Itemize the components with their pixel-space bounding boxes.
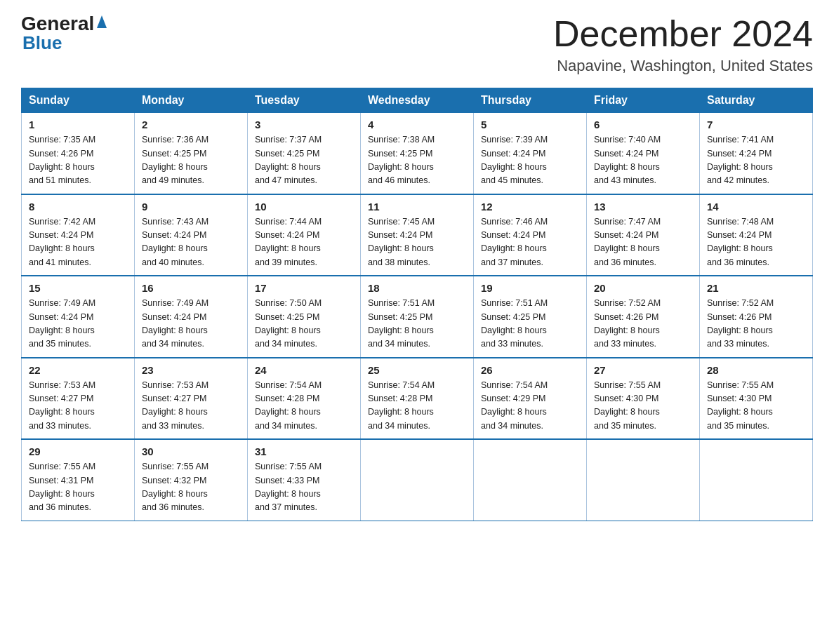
day-info: Sunrise: 7:44 AM Sunset: 4:24 PM Dayligh…: [255, 215, 353, 270]
day-number: 7: [707, 119, 805, 130]
day-number: 16: [142, 282, 240, 294]
day-info: Sunrise: 7:53 AM Sunset: 4:27 PM Dayligh…: [142, 379, 240, 434]
day-number: 18: [368, 282, 466, 294]
calendar-cell: 18 Sunrise: 7:51 AM Sunset: 4:25 PM Dayl…: [361, 276, 474, 358]
day-number: 30: [142, 445, 240, 457]
day-info: Sunrise: 7:35 AM Sunset: 4:26 PM Dayligh…: [29, 133, 127, 188]
location-title: Napavine, Washington, United States: [553, 57, 813, 75]
logo: General Blue: [21, 14, 108, 52]
col-header-friday: Friday: [587, 88, 700, 113]
day-number: 12: [481, 201, 579, 213]
calendar-cell: 28 Sunrise: 7:55 AM Sunset: 4:30 PM Dayl…: [700, 358, 813, 440]
day-number: 28: [707, 364, 805, 376]
calendar-cell: 3 Sunrise: 7:37 AM Sunset: 4:25 PM Dayli…: [248, 113, 361, 194]
calendar-cell: 29 Sunrise: 7:55 AM Sunset: 4:31 PM Dayl…: [22, 439, 135, 521]
day-number: 27: [594, 364, 692, 376]
col-header-wednesday: Wednesday: [361, 88, 474, 113]
day-info: Sunrise: 7:55 AM Sunset: 4:30 PM Dayligh…: [707, 379, 805, 434]
day-number: 29: [29, 445, 127, 457]
calendar-table: SundayMondayTuesdayWednesdayThursdayFrid…: [21, 88, 813, 521]
calendar-cell: 20 Sunrise: 7:52 AM Sunset: 4:26 PM Dayl…: [587, 276, 700, 358]
col-header-saturday: Saturday: [700, 88, 813, 113]
day-number: 2: [142, 119, 240, 130]
month-title: December 2024: [553, 14, 813, 54]
col-header-tuesday: Tuesday: [248, 88, 361, 113]
calendar-cell: 12 Sunrise: 7:46 AM Sunset: 4:24 PM Dayl…: [474, 194, 587, 276]
calendar-week-row: 1 Sunrise: 7:35 AM Sunset: 4:26 PM Dayli…: [22, 113, 813, 194]
logo-triangle-icon: [95, 14, 108, 29]
day-info: Sunrise: 7:49 AM Sunset: 4:24 PM Dayligh…: [29, 297, 127, 351]
col-header-sunday: Sunday: [22, 88, 135, 113]
day-info: Sunrise: 7:55 AM Sunset: 4:31 PM Dayligh…: [29, 460, 127, 515]
day-number: 21: [707, 282, 805, 294]
title-block: December 2024 Napavine, Washington, Unit…: [553, 14, 813, 75]
day-number: 11: [368, 201, 466, 213]
calendar-cell: 5 Sunrise: 7:39 AM Sunset: 4:24 PM Dayli…: [474, 113, 587, 194]
calendar-cell: 16 Sunrise: 7:49 AM Sunset: 4:24 PM Dayl…: [135, 276, 248, 358]
calendar-cell: 8 Sunrise: 7:42 AM Sunset: 4:24 PM Dayli…: [22, 194, 135, 276]
day-info: Sunrise: 7:53 AM Sunset: 4:27 PM Dayligh…: [29, 379, 127, 434]
day-info: Sunrise: 7:42 AM Sunset: 4:24 PM Dayligh…: [29, 215, 127, 270]
calendar-cell: 2 Sunrise: 7:36 AM Sunset: 4:25 PM Dayli…: [135, 113, 248, 194]
day-number: 5: [481, 119, 579, 130]
day-number: 20: [594, 282, 692, 294]
calendar-cell: 23 Sunrise: 7:53 AM Sunset: 4:27 PM Dayl…: [135, 358, 248, 440]
day-info: Sunrise: 7:55 AM Sunset: 4:33 PM Dayligh…: [255, 460, 353, 515]
day-info: Sunrise: 7:49 AM Sunset: 4:24 PM Dayligh…: [142, 297, 240, 351]
day-info: Sunrise: 7:50 AM Sunset: 4:25 PM Dayligh…: [255, 297, 353, 351]
day-info: Sunrise: 7:36 AM Sunset: 4:25 PM Dayligh…: [142, 133, 240, 188]
day-number: 15: [29, 282, 127, 294]
day-info: Sunrise: 7:47 AM Sunset: 4:24 PM Dayligh…: [594, 215, 692, 270]
calendar-header-row: SundayMondayTuesdayWednesdayThursdayFrid…: [22, 88, 813, 113]
day-info: Sunrise: 7:48 AM Sunset: 4:24 PM Dayligh…: [707, 215, 805, 270]
day-number: 4: [368, 119, 466, 130]
logo-general-text: General: [21, 14, 94, 34]
day-info: Sunrise: 7:38 AM Sunset: 4:25 PM Dayligh…: [368, 133, 466, 188]
calendar-cell: 24 Sunrise: 7:54 AM Sunset: 4:28 PM Dayl…: [248, 358, 361, 440]
day-info: Sunrise: 7:45 AM Sunset: 4:24 PM Dayligh…: [368, 215, 466, 270]
calendar-cell: 9 Sunrise: 7:43 AM Sunset: 4:24 PM Dayli…: [135, 194, 248, 276]
day-info: Sunrise: 7:55 AM Sunset: 4:30 PM Dayligh…: [594, 379, 692, 434]
day-number: 25: [368, 364, 466, 376]
calendar-cell: 26 Sunrise: 7:54 AM Sunset: 4:29 PM Dayl…: [474, 358, 587, 440]
calendar-cell: 14 Sunrise: 7:48 AM Sunset: 4:24 PM Dayl…: [700, 194, 813, 276]
day-number: 22: [29, 364, 127, 376]
day-number: 8: [29, 201, 127, 213]
calendar-week-row: 15 Sunrise: 7:49 AM Sunset: 4:24 PM Dayl…: [22, 276, 813, 358]
day-number: 26: [481, 364, 579, 376]
calendar-cell: [474, 439, 587, 521]
calendar-week-row: 22 Sunrise: 7:53 AM Sunset: 4:27 PM Dayl…: [22, 358, 813, 440]
day-info: Sunrise: 7:39 AM Sunset: 4:24 PM Dayligh…: [481, 133, 579, 188]
calendar-cell: 10 Sunrise: 7:44 AM Sunset: 4:24 PM Dayl…: [248, 194, 361, 276]
calendar-cell: 19 Sunrise: 7:51 AM Sunset: 4:25 PM Dayl…: [474, 276, 587, 358]
calendar-cell: 21 Sunrise: 7:52 AM Sunset: 4:26 PM Dayl…: [700, 276, 813, 358]
svg-marker-0: [97, 15, 107, 28]
day-info: Sunrise: 7:46 AM Sunset: 4:24 PM Dayligh…: [481, 215, 579, 270]
day-number: 17: [255, 282, 353, 294]
calendar-cell: [700, 439, 813, 521]
col-header-monday: Monday: [135, 88, 248, 113]
calendar-cell: 27 Sunrise: 7:55 AM Sunset: 4:30 PM Dayl…: [587, 358, 700, 440]
calendar-cell: 17 Sunrise: 7:50 AM Sunset: 4:25 PM Dayl…: [248, 276, 361, 358]
calendar-cell: 25 Sunrise: 7:54 AM Sunset: 4:28 PM Dayl…: [361, 358, 474, 440]
day-number: 13: [594, 201, 692, 213]
day-number: 3: [255, 119, 353, 130]
day-info: Sunrise: 7:40 AM Sunset: 4:24 PM Dayligh…: [594, 133, 692, 188]
col-header-thursday: Thursday: [474, 88, 587, 113]
calendar-cell: 6 Sunrise: 7:40 AM Sunset: 4:24 PM Dayli…: [587, 113, 700, 194]
calendar-cell: 11 Sunrise: 7:45 AM Sunset: 4:24 PM Dayl…: [361, 194, 474, 276]
calendar-cell: 1 Sunrise: 7:35 AM Sunset: 4:26 PM Dayli…: [22, 113, 135, 194]
day-number: 9: [142, 201, 240, 213]
day-info: Sunrise: 7:54 AM Sunset: 4:29 PM Dayligh…: [481, 379, 579, 434]
day-number: 10: [255, 201, 353, 213]
day-info: Sunrise: 7:51 AM Sunset: 4:25 PM Dayligh…: [368, 297, 466, 351]
calendar-week-row: 8 Sunrise: 7:42 AM Sunset: 4:24 PM Dayli…: [22, 194, 813, 276]
calendar-cell: 13 Sunrise: 7:47 AM Sunset: 4:24 PM Dayl…: [587, 194, 700, 276]
day-number: 31: [255, 445, 353, 457]
day-number: 23: [142, 364, 240, 376]
day-info: Sunrise: 7:52 AM Sunset: 4:26 PM Dayligh…: [594, 297, 692, 351]
day-number: 1: [29, 119, 127, 130]
day-info: Sunrise: 7:43 AM Sunset: 4:24 PM Dayligh…: [142, 215, 240, 270]
calendar-cell: [361, 439, 474, 521]
calendar-week-row: 29 Sunrise: 7:55 AM Sunset: 4:31 PM Dayl…: [22, 439, 813, 521]
